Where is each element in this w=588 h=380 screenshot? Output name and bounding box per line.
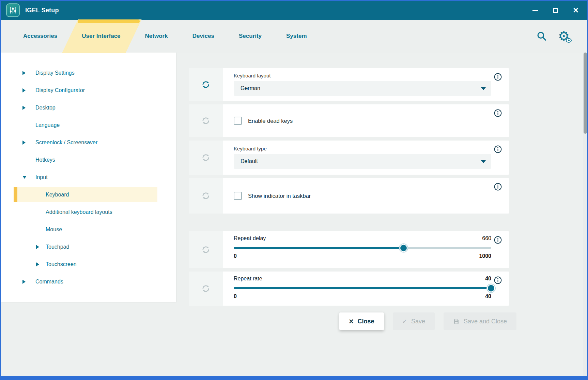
settings-panel: Keyboard layout German <box>189 68 509 309</box>
keyboard-type-label: Keyboard type <box>234 141 491 151</box>
tab-accessories[interactable]: Accessories <box>23 33 57 40</box>
show-indicator-label: Show indicator in taskbar <box>248 193 311 199</box>
sidebar-item-keyboard[interactable]: Keyboard <box>1 186 176 203</box>
scrollbar-thumb[interactable] <box>584 53 587 134</box>
check-icon: ✓ <box>402 319 407 324</box>
maximize-icon[interactable] <box>553 8 558 13</box>
reset-button[interactable] <box>189 104 223 137</box>
sidebar-item-screenlock[interactable]: Screenlock / Screensaver <box>1 134 176 151</box>
reset-icon <box>201 153 211 162</box>
reset-button[interactable] <box>189 68 223 101</box>
eye-icon <box>566 38 572 43</box>
reset-icon <box>201 284 211 293</box>
titlebar: IGEL Setup × <box>1 1 587 20</box>
close-window-icon[interactable]: × <box>573 7 578 14</box>
card-repeat-rate: Repeat rate 40 0 40 <box>189 272 509 306</box>
info-icon[interactable] <box>494 145 502 154</box>
tab-devices[interactable]: Devices <box>192 33 214 40</box>
card-enable-dead-keys: Enable dead keys <box>189 104 509 137</box>
reset-icon <box>201 245 211 254</box>
reset-button[interactable] <box>189 178 223 214</box>
info-icon[interactable] <box>494 236 502 244</box>
chevron-down-icon <box>22 176 27 179</box>
reset-button[interactable] <box>189 272 223 306</box>
tabs: Accessories User Interface Network Devic… <box>1 33 307 40</box>
footer-actions: × Close ✓ Save Save and Close <box>339 312 516 330</box>
vertical-scrollbar[interactable] <box>583 53 587 376</box>
close-x-icon: × <box>349 318 353 325</box>
profile-settings-icon[interactable]: ⚙ <box>558 30 570 43</box>
chevron-right-icon <box>22 106 26 110</box>
repeat-rate-max: 40 <box>485 293 491 299</box>
sidebar-item-input[interactable]: Input <box>1 169 176 186</box>
save-and-close-button[interactable]: Save and Close <box>444 312 516 330</box>
card-group-gap <box>189 217 509 231</box>
repeat-delay-slider: Repeat delay 660 0 1000 <box>223 231 509 268</box>
selected-item-highlight <box>14 187 157 202</box>
dropdown-caret-icon <box>481 160 486 163</box>
sidebar-item-touchpad[interactable]: Touchpad <box>1 238 176 255</box>
slider-track[interactable] <box>234 247 491 249</box>
chevron-right-icon <box>22 141 26 145</box>
card-keyboard-layout: Keyboard layout German <box>189 68 509 101</box>
save-button[interactable]: ✓ Save <box>393 312 435 330</box>
info-icon[interactable] <box>494 109 502 117</box>
sidebar-tree: Display Settings Display Configurator De… <box>1 53 176 302</box>
save-floppy-icon <box>453 318 460 325</box>
tab-system[interactable]: System <box>286 33 307 40</box>
info-icon[interactable] <box>494 276 502 284</box>
sidebar-item-display-configurator[interactable]: Display Configurator <box>1 82 176 99</box>
tab-user-interface[interactable]: User Interface <box>82 33 120 40</box>
main-body: Display Settings Display Configurator De… <box>1 53 587 376</box>
reset-icon <box>201 191 211 201</box>
reset-button[interactable] <box>189 141 223 175</box>
reset-icon <box>201 116 211 126</box>
igel-setup-window: IGEL Setup × Accessories User Interface … <box>0 0 588 380</box>
sidebar-item-commands[interactable]: Commands <box>1 273 176 290</box>
repeat-rate-value: 40 <box>485 276 491 282</box>
tab-network[interactable]: Network <box>145 33 168 40</box>
reset-icon <box>201 80 211 89</box>
repeat-rate-slider: Repeat rate 40 0 40 <box>223 272 509 306</box>
keyboard-layout-label: Keyboard layout <box>234 68 491 78</box>
show-indicator-checkbox[interactable] <box>234 192 242 200</box>
sidebar-item-touchscreen[interactable]: Touchscreen <box>1 255 176 273</box>
repeat-rate-min: 0 <box>234 293 237 299</box>
sidebar-item-additional-keyboard-layouts[interactable]: Additional keyboard layouts <box>1 203 176 221</box>
slider-track[interactable] <box>234 287 491 289</box>
window-title: IGEL Setup <box>25 7 59 14</box>
chevron-right-icon <box>22 71 26 75</box>
chevron-right-icon <box>36 262 39 266</box>
chevron-right-icon <box>36 245 39 249</box>
window-controls: × <box>532 7 582 14</box>
card-show-indicator: Show indicator in taskbar <box>189 178 509 214</box>
slider-thumb[interactable] <box>487 284 495 292</box>
repeat-delay-max: 1000 <box>479 253 491 259</box>
tab-security[interactable]: Security <box>239 33 262 40</box>
sidebar-item-language[interactable]: Language <box>1 116 176 134</box>
keyboard-layout-select[interactable]: German <box>234 81 491 96</box>
chevron-right-icon <box>22 280 26 284</box>
slider-thumb[interactable] <box>400 244 407 252</box>
sidebar-item-desktop[interactable]: Desktop <box>1 99 176 116</box>
repeat-delay-min: 0 <box>234 253 237 259</box>
search-icon[interactable] <box>536 31 547 42</box>
close-button[interactable]: × Close <box>339 312 384 330</box>
info-icon[interactable] <box>494 182 502 191</box>
sidebar-item-display-settings[interactable]: Display Settings <box>1 64 176 82</box>
tabbar-actions: ⚙ <box>536 20 570 53</box>
reset-button[interactable] <box>189 231 223 268</box>
minimize-icon[interactable] <box>532 10 538 11</box>
sidebar-item-hotkeys[interactable]: Hotkeys <box>1 151 176 169</box>
card-repeat-delay: Repeat delay 660 0 1000 <box>189 231 509 268</box>
keyboard-type-select[interactable]: Default <box>234 154 491 169</box>
enable-dead-keys-label: Enable dead keys <box>248 118 293 124</box>
enable-dead-keys-checkbox[interactable] <box>234 117 242 125</box>
slider-fill <box>234 287 491 289</box>
chevron-right-icon <box>22 88 26 92</box>
card-keyboard-type: Keyboard type Default <box>189 141 509 175</box>
info-icon[interactable] <box>494 73 502 81</box>
slider-fill <box>234 247 404 249</box>
sidebar-item-mouse[interactable]: Mouse <box>1 221 176 238</box>
tab-bar: Accessories User Interface Network Devic… <box>1 20 587 53</box>
